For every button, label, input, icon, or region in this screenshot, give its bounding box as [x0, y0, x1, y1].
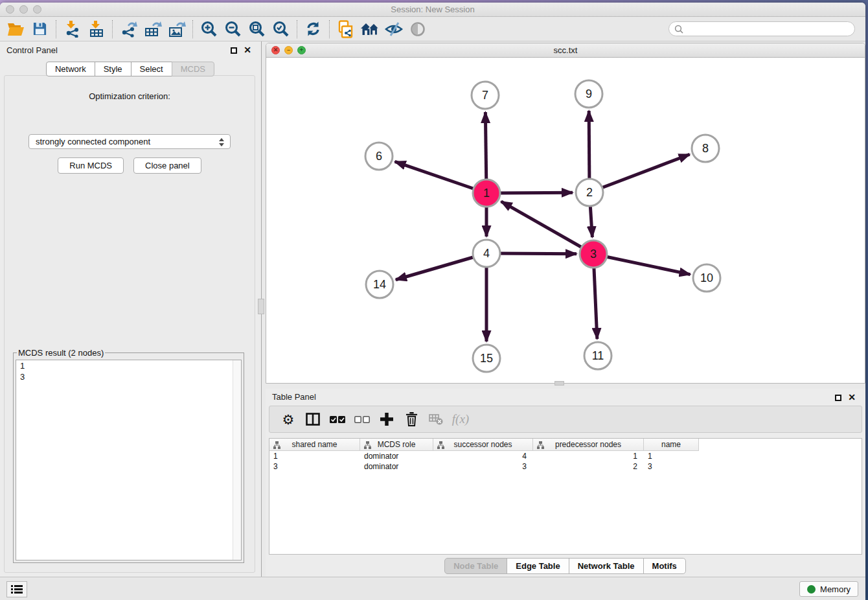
table-cell[interactable]: 3 — [644, 461, 699, 472]
memory-status-icon — [807, 585, 816, 594]
show-graphics-details-icon[interactable] — [405, 19, 429, 40]
vertical-splitter-grip[interactable] — [258, 299, 264, 314]
column-header-label: shared name — [291, 440, 337, 449]
table-cell[interactable]: 1 — [644, 451, 699, 461]
node-label-3: 3 — [590, 248, 597, 260]
export-table-icon[interactable] — [141, 19, 165, 40]
criterion-select[interactable]: strongly connected component — [29, 134, 231, 149]
table-cell[interactable]: 2 — [533, 461, 644, 472]
table-cell[interactable]: 3 — [269, 461, 360, 472]
table-panel-tabs: Node TableEdge TableNetwork TableMotifs — [266, 558, 865, 574]
search-input[interactable] — [668, 21, 855, 36]
import-table-icon[interactable] — [84, 19, 108, 40]
close-window-button[interactable] — [6, 5, 14, 14]
toggle-column-panel-icon[interactable] — [301, 408, 325, 431]
network-title: scc.txt — [554, 45, 578, 55]
list-icon — [11, 584, 23, 594]
toolbar-separator — [56, 20, 56, 38]
zoom-out-icon[interactable] — [221, 19, 245, 40]
node-table[interactable]: shared nameMCDS rolesuccessor nodesprede… — [269, 438, 862, 555]
open-session-icon[interactable] — [4, 19, 28, 40]
toolbar-separator — [329, 20, 330, 38]
edge-2-8[interactable] — [589, 154, 690, 192]
table-cell[interactable]: 1 — [533, 451, 644, 461]
export-network-icon[interactable] — [117, 19, 141, 40]
float-table-panel-icon[interactable] — [835, 395, 841, 401]
session-home-icon[interactable] — [358, 19, 382, 40]
run-mcds-button[interactable]: Run MCDS — [58, 157, 124, 174]
result-item[interactable]: 3 — [16, 371, 241, 382]
hide-all-columns-icon[interactable] — [350, 408, 374, 431]
criterion-select-value: strongly connected component — [36, 137, 150, 146]
window-controls — [6, 5, 41, 14]
memory-button-label: Memory — [820, 584, 851, 594]
float-panel-icon[interactable] — [231, 47, 237, 54]
column-header-name[interactable]: name — [644, 439, 699, 451]
task-history-button[interactable] — [6, 581, 27, 597]
close-panel-icon[interactable]: ✕ — [244, 47, 251, 54]
memory-button[interactable]: Memory — [799, 581, 858, 597]
minimize-window-button[interactable] — [19, 5, 28, 14]
delete-column-icon[interactable] — [399, 408, 424, 431]
zoom-fit-icon[interactable] — [245, 19, 269, 40]
table-settings-icon[interactable]: ⚙ — [276, 408, 301, 431]
zoom-in-icon[interactable] — [197, 19, 221, 40]
node-label-15: 15 — [480, 352, 493, 365]
result-item[interactable]: 1 — [16, 360, 241, 371]
hide-graphics-details-icon[interactable] — [382, 19, 405, 40]
window-titlebar: Session: New Session — [0, 3, 865, 17]
close-network-icon[interactable]: ✕ — [271, 46, 280, 54]
control-panel: Control Panel ✕ NetworkStyleSelectMCDS O… — [0, 41, 262, 577]
maximize-network-icon[interactable]: + — [297, 46, 306, 54]
minimize-network-icon[interactable]: – — [284, 46, 293, 54]
edge-3-10[interactable] — [593, 254, 691, 275]
close-panel-button[interactable]: Close panel — [133, 157, 201, 174]
column-header-shared-name[interactable]: shared name — [269, 439, 360, 451]
export-image-icon[interactable] — [165, 19, 188, 40]
table-row[interactable]: 1dominator411 — [269, 451, 862, 461]
refresh-network-icon[interactable] — [301, 19, 325, 40]
result-scrollbar[interactable] — [233, 360, 241, 560]
mcds-result-group: MCDS result (2 nodes) 13 — [13, 348, 244, 563]
tab-network[interactable]: Network — [46, 62, 95, 76]
show-all-columns-icon[interactable] — [325, 408, 350, 431]
tab-node-table[interactable]: Node Table — [444, 558, 507, 574]
column-header-predecessor-nodes[interactable]: predecessor nodes — [533, 439, 644, 451]
tab-mcds[interactable]: MCDS — [172, 62, 214, 76]
horizontal-splitter-grip[interactable] — [554, 381, 564, 386]
main-toolbar — [0, 17, 865, 41]
table-cell[interactable]: dominator — [360, 451, 433, 461]
table-cell[interactable]: 4 — [433, 451, 533, 461]
maximize-window-button[interactable] — [33, 5, 41, 14]
table-cell[interactable]: 1 — [269, 451, 360, 461]
save-session-icon[interactable] — [28, 19, 52, 40]
network-graph[interactable]: 7968124314101511 — [266, 58, 865, 384]
table-row[interactable]: 3dominator323 — [269, 461, 862, 472]
copy-style-icon[interactable] — [334, 19, 358, 40]
zoom-selected-icon[interactable] — [269, 19, 293, 40]
add-column-icon[interactable] — [374, 408, 399, 431]
window-title: Session: New Session — [391, 5, 474, 14]
network-frame-titlebar: ✕ – + scc.txt — [266, 43, 865, 58]
delete-table-icon — [424, 408, 448, 431]
table-cell[interactable]: dominator — [360, 461, 433, 472]
table-panel: Table Panel ✕ ⚙ — [266, 389, 865, 577]
import-network-icon[interactable] — [60, 19, 84, 40]
toolbar-separator — [297, 20, 297, 38]
column-header-successor-nodes[interactable]: successor nodes — [433, 439, 533, 451]
mcds-result-list[interactable]: 13 — [16, 360, 242, 560]
edge-3-1[interactable] — [501, 202, 593, 254]
tab-style[interactable]: Style — [95, 62, 131, 76]
tab-edge-table[interactable]: Edge Table — [507, 558, 569, 574]
control-panel-header: Control Panel ✕ — [0, 41, 261, 58]
tab-network-table[interactable]: Network Table — [569, 558, 644, 574]
mcds-panel-body: Optimization criterion: strongly connect… — [4, 75, 255, 573]
column-header-mcds-role[interactable]: MCDS role — [360, 439, 433, 451]
table-cell[interactable]: 3 — [433, 461, 533, 472]
close-table-panel-icon[interactable]: ✕ — [848, 394, 856, 401]
select-stepper-icon — [219, 138, 224, 146]
tab-select[interactable]: Select — [131, 62, 172, 76]
column-header-label: MCDS role — [378, 440, 416, 449]
network-canvas[interactable]: 7968124314101511 — [266, 58, 865, 384]
tab-motifs[interactable]: Motifs — [643, 558, 686, 574]
